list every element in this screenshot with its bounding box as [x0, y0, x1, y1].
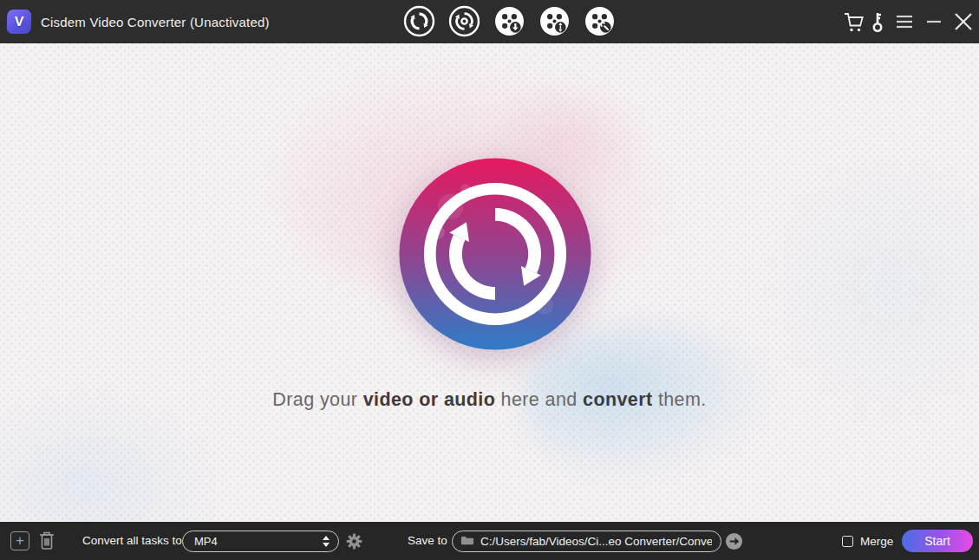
window-title: Cisdem Video Converter (Unactivated) — [41, 15, 270, 29]
hint-segment: here and — [495, 389, 583, 410]
tab-convert[interactable] — [403, 5, 435, 37]
drop-area[interactable]: Drag your video or audio here and conver… — [0, 43, 979, 522]
minimize-button[interactable] — [921, 8, 947, 36]
hint-segment-bold: video or audio — [363, 389, 496, 410]
sync-arrows-icon — [403, 5, 435, 37]
minimize-icon — [921, 8, 947, 36]
app-window: V Cisdem Video Converter (Unactivated) — [0, 0, 979, 560]
arrow-right-circle-icon — [725, 540, 743, 553]
stepper-arrows-icon — [323, 536, 330, 547]
tab-ripper[interactable] — [448, 5, 480, 37]
open-output-folder-button[interactable] — [725, 532, 743, 550]
convert-all-label: Convert all tasks to — [82, 522, 182, 560]
store-button[interactable] — [841, 8, 867, 36]
hint-segment: Drag your — [272, 389, 362, 410]
tab-toolbox[interactable] — [584, 5, 616, 37]
start-button[interactable]: Start — [902, 530, 973, 552]
format-select-value: MP4 — [183, 535, 323, 548]
save-path-field[interactable]: C:/Users/fab/Videos/Ci...eo Converter/Co… — [452, 531, 721, 552]
drop-hint-text: Drag your video or audio here and conver… — [0, 389, 979, 411]
merge-label: Merge — [860, 535, 893, 548]
watercolor-splash-blue-3 — [763, 147, 979, 425]
sync-arrows-gradient-badge-icon — [396, 341, 594, 355]
key-icon — [865, 8, 891, 36]
format-select[interactable]: MP4 — [182, 531, 339, 552]
activate-button[interactable] — [865, 8, 891, 36]
hint-segment-bold: convert — [583, 389, 652, 410]
merge-checkbox[interactable] — [842, 536, 853, 547]
cart-icon — [841, 8, 867, 36]
plus-icon: + — [16, 532, 24, 549]
convert-logo — [396, 155, 594, 353]
save-to-label: Save to — [408, 522, 447, 560]
tab-downloader[interactable] — [493, 5, 525, 37]
close-icon — [950, 8, 976, 36]
mode-tabs — [403, 5, 616, 37]
tab-compressor[interactable] — [538, 5, 571, 37]
merge-option[interactable]: Merge — [842, 522, 893, 560]
reel-wrench-icon — [584, 5, 616, 37]
gear-icon — [345, 540, 363, 553]
format-settings-button[interactable] — [345, 532, 363, 550]
menu-button[interactable] — [891, 8, 917, 36]
titlebar: V Cisdem Video Converter (Unactivated) — [0, 0, 979, 43]
remove-file-button[interactable] — [37, 531, 56, 551]
close-button[interactable] — [950, 8, 976, 36]
bottombar: + Convert all tasks to MP4 — [0, 522, 979, 560]
disc-sync-icon — [448, 5, 480, 37]
folder-icon — [460, 535, 474, 549]
active-tab-notch — [409, 43, 432, 51]
reel-compress-icon — [538, 5, 571, 37]
trash-icon — [37, 541, 56, 554]
save-path-text: C:/Users/fab/Videos/Ci...eo Converter/Co… — [480, 535, 712, 548]
reel-download-icon — [493, 5, 525, 37]
add-file-button[interactable]: + — [10, 531, 29, 550]
hamburger-icon — [891, 8, 917, 36]
hint-segment: them. — [653, 389, 707, 410]
app-logo-icon: V — [7, 10, 32, 34]
app-identity: V Cisdem Video Converter (Unactivated) — [7, 0, 270, 43]
